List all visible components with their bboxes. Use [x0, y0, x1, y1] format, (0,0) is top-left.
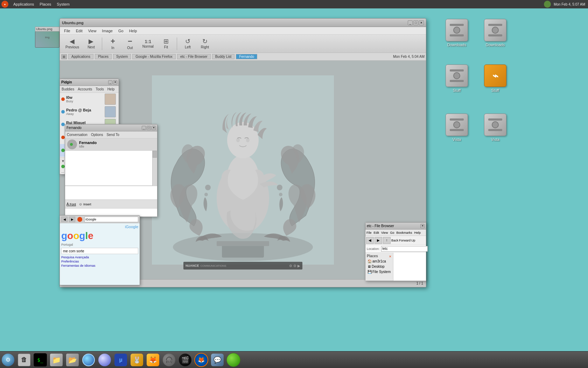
- zoom-in-button[interactable]: + In: [105, 36, 121, 52]
- menu-image[interactable]: Image: [99, 28, 115, 34]
- next-button[interactable]: ▶ Next: [83, 36, 99, 52]
- menu-bl-help[interactable]: Help: [106, 87, 117, 91]
- desktop-icon-hdd-vista-2[interactable]: Vista: [479, 114, 511, 142]
- fm-place-0[interactable]: 🏠 am3r1ca: [367, 259, 392, 264]
- network-icon[interactable]: [544, 1, 551, 8]
- fm-menu-help[interactable]: Help: [413, 231, 422, 235]
- menu-accounts[interactable]: Accounts: [76, 87, 94, 91]
- fm-up-btn[interactable]: ↑: [383, 237, 391, 244]
- menu-go[interactable]: Go: [115, 28, 126, 34]
- zoom-normal-button[interactable]: 1:1 Normal: [139, 36, 157, 52]
- taskbar-video-icon[interactable]: 🎬: [178, 353, 192, 367]
- igoogle-link[interactable]: iGoogle: [61, 225, 138, 229]
- fm-close[interactable]: ✕: [420, 224, 425, 228]
- taskbar-finder-icon[interactable]: ⚙: [1, 353, 15, 367]
- fm-back-btn[interactable]: ◀: [366, 237, 374, 244]
- menu-help[interactable]: Help: [126, 28, 140, 34]
- chat-font-btn[interactable]: A Font: [66, 202, 76, 206]
- minimize-button[interactable]: _: [408, 20, 413, 25]
- hdd-label-downloads-2: Downloads: [485, 42, 506, 47]
- link-prefs[interactable]: Preferências: [61, 260, 138, 263]
- taskbar-utorrent-icon[interactable]: µ: [113, 353, 128, 367]
- tab-places[interactable]: Places: [95, 54, 112, 59]
- chat-insert-btn[interactable]: ☺ Insert: [79, 202, 91, 206]
- bl-close[interactable]: ✕: [113, 80, 117, 84]
- taskbar-game2-icon[interactable]: 🦊: [146, 353, 160, 367]
- taskbar-globe2-icon[interactable]: [97, 353, 112, 367]
- scroll-thumb[interactable]: [153, 151, 157, 158]
- tab-system[interactable]: System: [113, 54, 131, 59]
- fm-menu-go[interactable]: Go: [389, 231, 395, 235]
- chat-close[interactable]: ✕: [152, 126, 156, 130]
- taskbar-folder1-icon[interactable]: 📁: [49, 353, 64, 367]
- tab-fernando[interactable]: Fernando: [236, 54, 257, 59]
- close-button[interactable]: ✕: [419, 20, 424, 25]
- menu-send-to[interactable]: Send To: [105, 132, 121, 137]
- menu-places[interactable]: Places: [37, 1, 53, 7]
- menu-view[interactable]: View: [85, 28, 99, 34]
- globe1-icon: [82, 354, 95, 366]
- google-region: Portugal: [61, 243, 138, 246]
- tab-firefox[interactable]: Google - Mozilla Firefox: [132, 54, 176, 59]
- menu-file[interactable]: File: [61, 28, 73, 34]
- fm-menu-file[interactable]: File: [365, 231, 373, 235]
- desktop-icon-usb-stuff[interactable]: ⌁ Stuff: [479, 64, 511, 93]
- taskbar-trash-icon[interactable]: 🗑: [17, 353, 31, 367]
- buddy-item-1[interactable]: Pedro @ Beja Away: [60, 105, 119, 118]
- fm-menu-edit[interactable]: Edit: [373, 231, 380, 235]
- menu-applications[interactable]: Applications: [11, 1, 36, 7]
- watermark-text: NUANCE: [186, 264, 199, 267]
- taskbar-greenball-icon[interactable]: [226, 353, 241, 367]
- desktop-icon-hdd-vista-1[interactable]: Vista: [441, 114, 472, 142]
- browser-back[interactable]: ◀: [61, 217, 68, 222]
- chat-max[interactable]: □: [147, 126, 151, 130]
- fm-menu-view[interactable]: View: [380, 231, 389, 235]
- fm-forward-btn[interactable]: ▶: [374, 237, 382, 244]
- previous-button[interactable]: ◀ Previous: [63, 36, 82, 52]
- chat-input[interactable]: [65, 186, 157, 200]
- menu-options[interactable]: Options: [89, 132, 105, 137]
- taskbar-chat-icon[interactable]: 💬: [210, 353, 225, 367]
- browser-url-bar[interactable]: iGoogle: [84, 217, 138, 222]
- menu-system[interactable]: System: [55, 1, 72, 7]
- taskbar-globe1-icon[interactable]: [81, 353, 96, 367]
- svg-point-12: [204, 193, 208, 196]
- taskbar-terminal-icon[interactable]: $_: [33, 353, 48, 367]
- zoom-normal-icon: 1:1: [145, 39, 152, 44]
- desktop-icon-hdd-stuff[interactable]: Stuff: [441, 64, 472, 93]
- fm-place-1[interactable]: 🖥 Desktop: [367, 264, 392, 269]
- menu-buddies[interactable]: Buddies: [60, 87, 76, 91]
- browser-reload[interactable]: [77, 217, 82, 222]
- menu-conversation[interactable]: Conversation: [65, 132, 89, 137]
- taskbar-music-icon[interactable]: 🎧: [162, 353, 176, 367]
- rotate-right-button[interactable]: ↻ Right: [197, 36, 213, 52]
- maximize-button[interactable]: □: [413, 20, 418, 25]
- bl-min[interactable]: _: [108, 80, 112, 84]
- tab-buddy-list[interactable]: Buddy List: [212, 54, 235, 59]
- tab-applications[interactable]: Applications: [68, 54, 93, 59]
- datetime: Mon Feb 4, 5:07 AM: [554, 2, 585, 6]
- desktop-icon-hdd-downloads-1[interactable]: Downloads: [441, 19, 472, 47]
- link-language[interactable]: Ferramentas de Idiomas: [61, 264, 138, 267]
- desktop-icon-hdd-downloads-2[interactable]: Downloads: [479, 19, 511, 47]
- buddy-item-0[interactable]: l0w Busy: [60, 93, 119, 105]
- fm-menu-bookmarks[interactable]: Bookmarks: [395, 231, 413, 235]
- chat-min[interactable]: _: [142, 126, 146, 130]
- fm-place-icon-0: 🏠: [368, 259, 372, 263]
- search-placeholder[interactable]: me com sorte: [63, 249, 136, 253]
- chat-scrollbar[interactable]: [152, 151, 157, 186]
- link-advanced[interactable]: Pesquisa Avançada: [61, 255, 138, 259]
- taskbar-firefox-icon[interactable]: 🦊: [194, 353, 209, 367]
- taskbar-game1-icon[interactable]: 🐰: [130, 353, 144, 367]
- menu-tools[interactable]: Tools: [94, 87, 105, 91]
- menu-edit[interactable]: Edit: [73, 28, 85, 34]
- fm-location-input[interactable]: [381, 246, 428, 252]
- fm-places-close[interactable]: ✕: [389, 255, 392, 258]
- tab-file-browser[interactable]: etc - File Browser: [177, 54, 211, 59]
- rotate-left-button[interactable]: ↺ Left: [180, 36, 196, 52]
- taskbar-folder2-icon[interactable]: 📂: [65, 353, 80, 367]
- browser-forward[interactable]: ▶: [69, 217, 75, 222]
- zoom-fit-button[interactable]: ⊞ Fit: [158, 36, 174, 52]
- zoom-out-button[interactable]: − Out: [122, 36, 138, 52]
- fm-place-2[interactable]: 💾 File System: [367, 269, 392, 274]
